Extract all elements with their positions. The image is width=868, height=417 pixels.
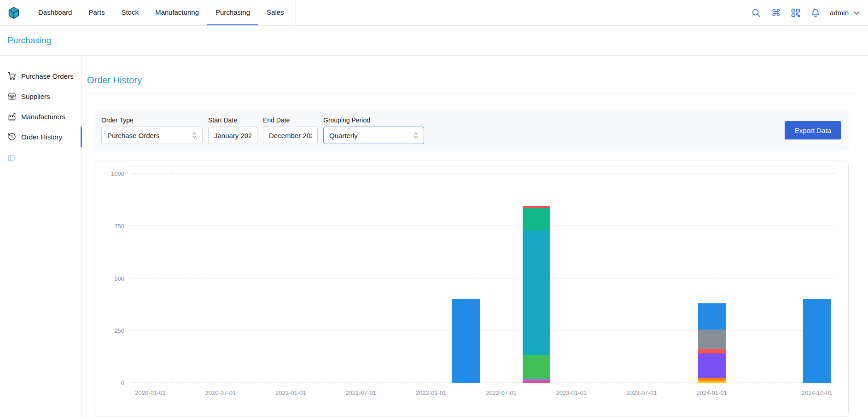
- user-menu[interactable]: admin: [830, 9, 861, 17]
- app-logo-icon[interactable]: [7, 6, 20, 19]
- tab-parts[interactable]: Parts: [80, 0, 113, 25]
- chevron-down-icon: [852, 9, 861, 17]
- username-label: admin: [830, 9, 849, 17]
- grouping-period-label: Grouping Period: [323, 116, 424, 124]
- main-nav-tabs: Dashboard Parts Stock Manufacturing Purc…: [27, 0, 296, 25]
- x-tick-label: 2022-07-01: [486, 389, 517, 396]
- bar-segment[interactable]: [523, 208, 550, 230]
- bar-segment[interactable]: [698, 353, 726, 377]
- history-clock-icon: [7, 132, 17, 141]
- y-tick-label: 500: [103, 275, 124, 282]
- shopping-cart-icon: [7, 71, 17, 81]
- tab-dashboard[interactable]: Dashboard: [30, 0, 80, 25]
- chart-card: 025050075010002020-01-012020-07-012021-0…: [94, 161, 849, 417]
- sidebar-collapse-icon[interactable]: [7, 154, 15, 162]
- bar-segment[interactable]: [698, 303, 726, 330]
- order-type-label: Order Type: [101, 116, 203, 124]
- tab-stock[interactable]: Stock: [113, 0, 147, 25]
- x-tick-label: 2024-01-01: [696, 389, 727, 396]
- chart-bar[interactable]: [698, 303, 726, 383]
- chart-bar[interactable]: [452, 299, 480, 383]
- grouping-period-field: Grouping Period Quarterly: [323, 116, 424, 144]
- bar-segment[interactable]: [452, 299, 480, 383]
- x-tick-label: 2022-01-01: [416, 389, 447, 396]
- notifications-bell-icon[interactable]: [810, 7, 821, 18]
- end-date-input[interactable]: [263, 127, 318, 144]
- x-tick-label: 2021-07-01: [345, 389, 376, 396]
- x-tick-label: 2023-01-01: [556, 389, 587, 396]
- order-type-field: Order Type Purchase Orders: [101, 116, 203, 144]
- sidebar-item-suppliers[interactable]: Suppliers: [0, 86, 81, 106]
- tab-purchasing[interactable]: Purchasing: [207, 0, 258, 25]
- plot-top-gridline: [130, 167, 836, 167]
- sidebar-item-label: Manufacturers: [21, 113, 65, 121]
- bar-segment[interactable]: [523, 230, 550, 355]
- bar-segment[interactable]: [523, 355, 550, 379]
- x-tick-label: 2024-10-01: [802, 389, 833, 396]
- y-gridline: [130, 382, 836, 383]
- search-icon[interactable]: [751, 7, 762, 18]
- grouping-period-select[interactable]: Quarterly: [323, 127, 424, 144]
- tab-sales[interactable]: Sales: [258, 0, 292, 25]
- select-chevrons-icon: [190, 131, 198, 139]
- sidebar: Purchase Orders Suppliers Manufacturers: [0, 56, 82, 417]
- navbar-actions: ⌘ admin: [751, 7, 861, 18]
- x-tick-label: 2020-07-01: [205, 389, 236, 396]
- breadcrumb[interactable]: Purchasing: [7, 35, 51, 46]
- sidebar-item-order-history[interactable]: Order History: [0, 127, 81, 147]
- chart-bar[interactable]: [803, 299, 831, 383]
- x-tick-label: 2023-07-01: [626, 389, 657, 396]
- title-divider: [87, 93, 859, 93]
- bar-segment[interactable]: [803, 299, 831, 383]
- sidebar-item-manufacturers[interactable]: Manufacturers: [0, 106, 81, 127]
- bar-segment[interactable]: [523, 381, 550, 383]
- grouping-period-value: Quarterly: [329, 132, 358, 139]
- order-type-value: Purchase Orders: [107, 132, 159, 139]
- bar-segment[interactable]: [698, 330, 726, 349]
- page-header: Purchasing: [0, 26, 868, 56]
- sidebar-item-label: Purchase Orders: [21, 72, 73, 80]
- export-data-button[interactable]: Export Data: [785, 121, 841, 139]
- start-date-field: Start Date: [208, 116, 257, 144]
- chart-plot-area[interactable]: 025050075010002020-01-012020-07-012021-0…: [130, 167, 836, 383]
- main-panel: Order History Order Type Purchase Orders…: [82, 56, 868, 417]
- tab-manufacturing[interactable]: Manufacturing: [147, 0, 207, 25]
- y-gridline: [130, 278, 836, 278]
- navbar: Dashboard Parts Stock Manufacturing Purc…: [0, 0, 868, 26]
- command-palette-icon[interactable]: ⌘: [770, 7, 781, 18]
- sidebar-item-label: Suppliers: [21, 93, 50, 100]
- storefront-icon: [7, 92, 17, 101]
- filter-panel: Order Type Purchase Orders Start Date En…: [94, 109, 849, 151]
- x-tick-label: 2021-01-01: [275, 389, 306, 396]
- order-type-select[interactable]: Purchase Orders: [101, 127, 203, 144]
- chart-bar[interactable]: [523, 206, 550, 383]
- start-date-label: Start Date: [208, 116, 257, 124]
- select-chevrons-icon: [412, 131, 420, 139]
- y-gridline: [130, 173, 836, 174]
- barcode-scan-icon[interactable]: [790, 7, 801, 18]
- sidebar-item-purchase-orders[interactable]: Purchase Orders: [0, 66, 81, 86]
- end-date-field: End Date: [263, 116, 318, 144]
- y-tick-label: 1000: [103, 170, 124, 177]
- bar-segment[interactable]: [698, 381, 726, 383]
- start-date-input[interactable]: [208, 127, 257, 144]
- y-tick-label: 250: [103, 327, 124, 334]
- factory-icon: [7, 112, 17, 121]
- end-date-label: End Date: [263, 116, 318, 124]
- bar-segment[interactable]: [698, 349, 726, 353]
- sidebar-item-label: Order History: [21, 133, 62, 141]
- y-gridline: [130, 330, 836, 330]
- y-tick-label: 750: [103, 222, 124, 229]
- y-tick-label: 0: [103, 380, 124, 387]
- y-gridline: [130, 226, 836, 226]
- content-area: Purchase Orders Suppliers Manufacturers: [0, 56, 868, 417]
- page-title: Order History: [87, 75, 859, 86]
- bar-segment[interactable]: [698, 378, 726, 381]
- x-tick-label: 2020-01-01: [135, 389, 166, 396]
